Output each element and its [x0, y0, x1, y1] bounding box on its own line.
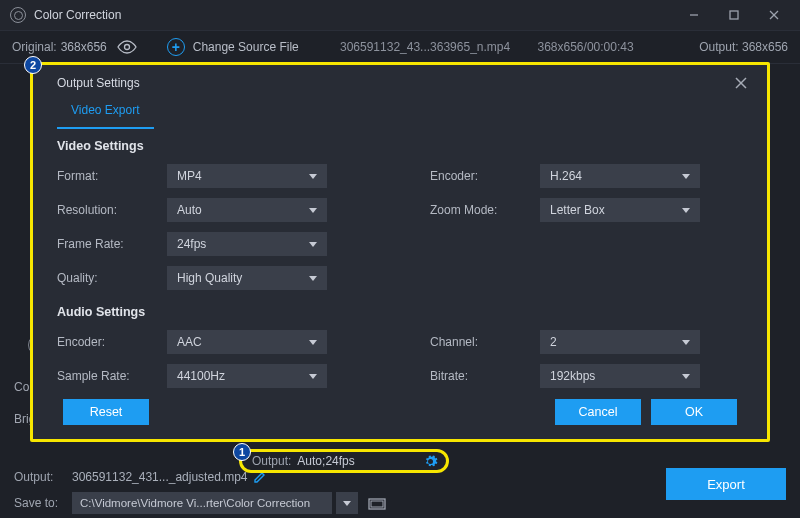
cancel-button[interactable]: Cancel [555, 399, 641, 425]
preview-toggle-icon[interactable] [117, 40, 137, 54]
quality-select[interactable]: High Quality [167, 266, 327, 290]
reset-button[interactable]: Reset [63, 399, 149, 425]
output-summary-callout: 1 Output: Auto;24fps [239, 449, 449, 473]
format-label: Format: [57, 169, 167, 183]
output-summary-label: Output: [252, 454, 291, 468]
chevron-down-icon [309, 374, 317, 379]
svg-point-4 [124, 45, 129, 50]
resolution-label: Resolution: [57, 203, 167, 217]
chevron-down-icon [682, 374, 690, 379]
svg-rect-1 [730, 11, 738, 19]
format-select[interactable]: MP4 [167, 164, 327, 188]
bitrate-label: Bitrate: [430, 369, 540, 383]
change-source-link[interactable]: Change Source File [193, 40, 299, 54]
saveto-label: Save to: [14, 496, 72, 510]
export-button[interactable]: Export [666, 468, 786, 500]
source-filename: 306591132_43...363965_n.mp4 [340, 40, 510, 54]
minimize-button[interactable] [674, 2, 714, 28]
app-icon [10, 7, 26, 23]
titlebar: Color Correction [0, 0, 800, 30]
chevron-down-icon [309, 208, 317, 213]
sample-rate-label: Sample Rate: [57, 369, 167, 383]
dialog-tabs: Video Export [33, 97, 767, 129]
framerate-select[interactable]: 24fps [167, 232, 327, 256]
add-icon[interactable]: + [167, 38, 185, 56]
output-info: Output: 368x656 [699, 40, 788, 54]
chevron-down-icon [309, 340, 317, 345]
original-label: Original: [12, 40, 57, 54]
chevron-down-icon [682, 174, 690, 179]
audio-encoder-label: Encoder: [57, 335, 167, 349]
ok-button[interactable]: OK [651, 399, 737, 425]
svg-rect-8 [371, 501, 383, 507]
video-settings-heading: Video Settings [33, 129, 767, 159]
output-file-name: 306591132_431..._adjusted.mp4 [72, 470, 247, 484]
output-value: 368x656 [742, 40, 788, 54]
dialog-close-button[interactable] [733, 75, 749, 91]
chevron-down-icon [309, 174, 317, 179]
callout-2-badge: 2 [24, 56, 42, 74]
window-title: Color Correction [34, 8, 121, 22]
output-settings-gear-icon[interactable] [423, 454, 438, 469]
chevron-down-icon [343, 501, 351, 506]
close-button[interactable] [754, 2, 794, 28]
dialog-title: Output Settings [57, 76, 140, 90]
zoom-mode-select[interactable]: Letter Box [540, 198, 700, 222]
saveto-path-field[interactable]: C:\Vidmore\Vidmore Vi...rter\Color Corre… [72, 492, 332, 514]
chevron-down-icon [682, 208, 690, 213]
output-label: Output: [699, 40, 738, 54]
audio-encoder-select[interactable]: AAC [167, 330, 327, 354]
zoom-mode-label: Zoom Mode: [430, 203, 540, 217]
video-encoder-select[interactable]: H.264 [540, 164, 700, 188]
source-file-meta: 306591132_43...363965_n.mp4 368x656/00:0… [340, 40, 634, 54]
maximize-button[interactable] [714, 2, 754, 28]
output-summary-value: Auto;24fps [297, 454, 423, 468]
source-file-info: 368x656/00:00:43 [538, 40, 634, 54]
original-value: 368x656 [61, 40, 107, 54]
top-info-bar: Original: 368x656 + Change Source File 3… [0, 30, 800, 64]
channel-label: Channel: [430, 335, 540, 349]
quality-label: Quality: [57, 271, 167, 285]
sample-rate-select[interactable]: 44100Hz [167, 364, 327, 388]
resolution-select[interactable]: Auto [167, 198, 327, 222]
audio-settings-heading: Audio Settings [33, 295, 767, 325]
framerate-label: Frame Rate: [57, 237, 167, 251]
chevron-down-icon [309, 242, 317, 247]
chevron-down-icon [682, 340, 690, 345]
chevron-down-icon [309, 276, 317, 281]
callout-1-badge: 1 [233, 443, 251, 461]
tab-video-export[interactable]: Video Export [57, 97, 154, 129]
video-encoder-label: Encoder: [430, 169, 540, 183]
open-folder-icon[interactable] [368, 496, 386, 510]
output-settings-dialog: 2 Output Settings Video Export Video Set… [30, 62, 770, 442]
output-file-label: Output: [14, 470, 72, 484]
saveto-dropdown[interactable] [336, 492, 358, 514]
channel-select[interactable]: 2 [540, 330, 700, 354]
bitrate-select[interactable]: 192kbps [540, 364, 700, 388]
